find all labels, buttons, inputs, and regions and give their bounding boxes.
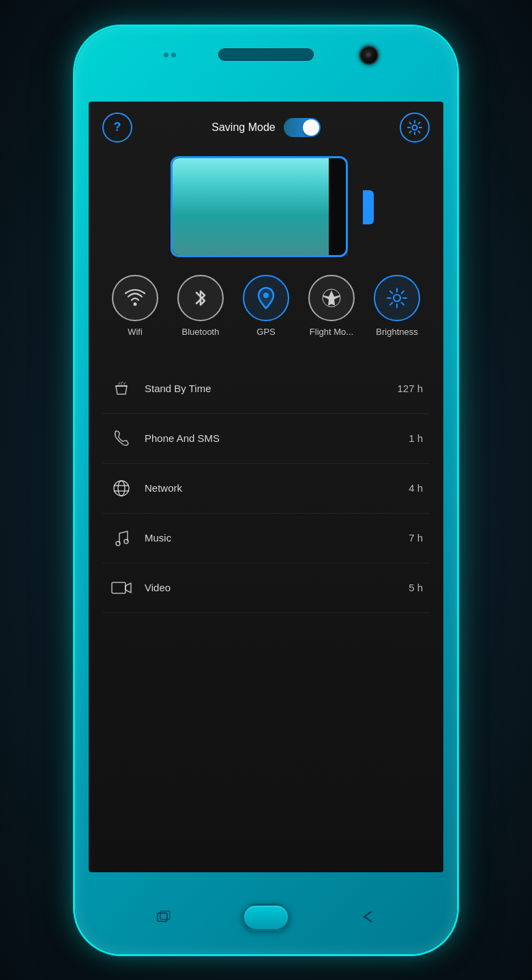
music-value: 7 h bbox=[409, 532, 423, 544]
gear-icon bbox=[407, 120, 422, 135]
battery-body bbox=[171, 156, 348, 257]
bluetooth-toggle[interactable]: Bluetooth bbox=[177, 275, 224, 337]
back-button[interactable] bbox=[359, 909, 375, 928]
globe-icon bbox=[109, 476, 134, 501]
wifi-label: Wifi bbox=[128, 327, 143, 337]
battery-indicator bbox=[171, 156, 361, 258]
svg-rect-20 bbox=[158, 913, 167, 921]
svg-line-11 bbox=[402, 291, 404, 293]
battery-fill bbox=[173, 158, 329, 255]
svg-point-0 bbox=[412, 125, 417, 130]
list-item[interactable]: Stand By Time 127 h bbox=[102, 364, 430, 414]
quick-toggles: Wifi Bluetooth bbox=[102, 275, 430, 337]
list-item[interactable]: Phone And SMS 1 h bbox=[102, 414, 430, 464]
earpiece bbox=[218, 48, 314, 61]
bluetooth-label: Bluetooth bbox=[182, 327, 220, 337]
usage-list: Stand By Time 127 h Phone And SMS 1 h bbox=[102, 357, 430, 620]
bluetooth-icon-circle bbox=[177, 275, 224, 321]
app-screen: ? Saving Mode bbox=[89, 102, 443, 872]
gps-label: GPS bbox=[256, 327, 275, 337]
list-item[interactable]: Music 7 h bbox=[102, 514, 430, 563]
video-label: Video bbox=[145, 582, 409, 593]
music-icon bbox=[109, 526, 134, 550]
flight-mode-toggle[interactable]: Flight Mo... bbox=[308, 275, 355, 337]
video-value: 5 h bbox=[409, 582, 423, 593]
standby-value: 127 h bbox=[397, 383, 423, 394]
flight-mode-label: Flight Mo... bbox=[310, 327, 353, 337]
saving-mode-toggle[interactable] bbox=[284, 118, 321, 137]
svg-rect-19 bbox=[112, 582, 125, 593]
home-button[interactable] bbox=[242, 904, 290, 931]
phone-bottom-bezel bbox=[75, 872, 457, 954]
cup-icon bbox=[109, 376, 134, 401]
saving-mode-label: Saving Mode bbox=[211, 121, 275, 134]
toggle-knob bbox=[303, 119, 319, 136]
list-item[interactable]: Video 5 h bbox=[102, 563, 430, 613]
battery-container bbox=[102, 156, 430, 258]
svg-line-9 bbox=[390, 291, 393, 293]
video-icon bbox=[109, 576, 134, 600]
svg-point-13 bbox=[114, 481, 129, 496]
phone-sms-value: 1 h bbox=[409, 432, 423, 444]
svg-point-18 bbox=[124, 539, 128, 544]
svg-line-10 bbox=[402, 302, 404, 305]
battery-terminal bbox=[363, 190, 374, 224]
svg-rect-21 bbox=[160, 911, 170, 919]
brightness-toggle[interactable]: Brightness bbox=[374, 275, 420, 337]
wifi-toggle[interactable]: Wifi bbox=[112, 275, 158, 337]
wifi-icon bbox=[124, 288, 146, 308]
music-label: Music bbox=[145, 532, 409, 544]
help-button[interactable]: ? bbox=[102, 113, 132, 143]
phone-icon bbox=[109, 426, 134, 451]
list-item[interactable]: Network 4 h bbox=[102, 464, 430, 514]
brightness-icon bbox=[386, 287, 408, 309]
svg-point-2 bbox=[263, 293, 269, 298]
app-content: ? Saving Mode bbox=[89, 102, 443, 872]
airplane-icon-circle bbox=[308, 275, 355, 321]
gps-icon bbox=[256, 286, 276, 310]
gps-toggle[interactable]: GPS bbox=[243, 275, 289, 337]
phone-sms-label: Phone And SMS bbox=[145, 432, 409, 444]
svg-point-4 bbox=[394, 295, 400, 301]
speaker-dots bbox=[164, 53, 176, 57]
camera bbox=[359, 46, 379, 65]
saving-mode-section: Saving Mode bbox=[211, 118, 320, 137]
phone-screen: ? Saving Mode bbox=[89, 102, 443, 872]
airplane-icon bbox=[321, 287, 342, 309]
brightness-icon-circle bbox=[374, 275, 420, 321]
phone-top-bezel bbox=[75, 27, 457, 102]
bluetooth-icon bbox=[191, 287, 210, 309]
network-value: 4 h bbox=[409, 482, 423, 494]
svg-point-14 bbox=[118, 481, 125, 496]
settings-button[interactable] bbox=[400, 113, 430, 143]
top-bar: ? Saving Mode bbox=[102, 113, 430, 143]
wifi-icon-circle bbox=[112, 275, 158, 321]
svg-point-17 bbox=[116, 541, 120, 546]
svg-point-1 bbox=[134, 302, 137, 306]
phone-device: ? Saving Mode bbox=[75, 27, 457, 954]
network-label: Network bbox=[145, 482, 409, 494]
recent-apps-button[interactable] bbox=[157, 910, 173, 928]
brightness-label: Brightness bbox=[376, 327, 417, 337]
gps-icon-circle bbox=[243, 275, 289, 321]
standby-label: Stand By Time bbox=[145, 383, 397, 394]
svg-line-12 bbox=[390, 302, 393, 305]
